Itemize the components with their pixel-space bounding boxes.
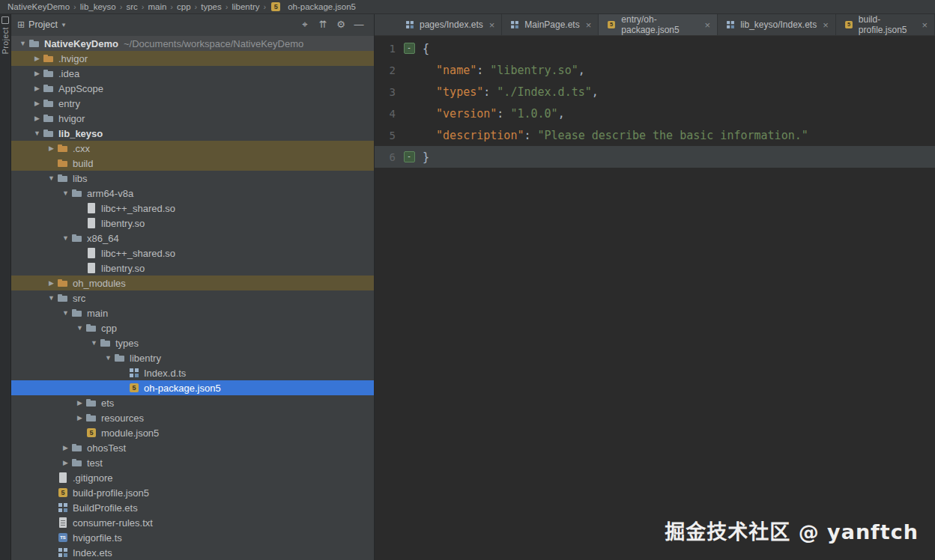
chevron-down-icon[interactable]: ▼ bbox=[60, 189, 71, 197]
tab-close-icon[interactable]: × bbox=[586, 19, 592, 31]
folder-ex-icon bbox=[57, 157, 69, 169]
tab-close-icon[interactable]: × bbox=[823, 19, 829, 31]
breadcrumb-item[interactable]: libentry bbox=[230, 2, 261, 11]
chevron-right-icon[interactable]: ▶ bbox=[31, 85, 43, 92]
tree-item[interactable]: ▶.idea bbox=[11, 66, 374, 81]
tab-close-icon[interactable]: × bbox=[489, 19, 495, 31]
editor-line[interactable]: 6} bbox=[375, 146, 935, 168]
tree-item-label: NativeKeyDemo bbox=[44, 38, 118, 49]
tree-item[interactable]: build bbox=[11, 156, 374, 171]
chevron-down-icon[interactable]: ▼ bbox=[61, 22, 67, 28]
tree-item[interactable]: ▼arm64-v8a bbox=[11, 186, 374, 201]
chevron-down-icon[interactable]: ▼ bbox=[31, 130, 43, 137]
tree-item[interactable]: ▼NativeKeyDemo~/Documents/workspace/Nati… bbox=[11, 36, 374, 51]
tree-item-label: module.json5 bbox=[101, 427, 159, 439]
tree-item[interactable]: ▶entry bbox=[11, 96, 374, 111]
editor-line[interactable]: 1{ bbox=[375, 37, 935, 59]
tree-item-label: types bbox=[115, 338, 139, 349]
editor-tab[interactable]: build-profile.json5× bbox=[836, 14, 935, 35]
chevron-down-icon[interactable]: ▼ bbox=[60, 234, 71, 242]
chevron-right-icon[interactable]: ▶ bbox=[31, 115, 43, 122]
settings-icon[interactable]: ⚙ bbox=[332, 19, 350, 31]
collapse-all-icon[interactable]: ⇈ bbox=[314, 19, 332, 31]
chevron-down-icon[interactable]: ▼ bbox=[46, 174, 57, 182]
tree-item[interactable]: ▼libentry bbox=[11, 350, 374, 365]
chevron-right-icon[interactable]: ▶ bbox=[46, 279, 57, 287]
project-panel-title[interactable]: Project bbox=[28, 19, 58, 30]
file-icon bbox=[85, 202, 97, 214]
tree-item[interactable]: libentry.so bbox=[11, 261, 374, 276]
breadcrumb-separator: › bbox=[261, 2, 268, 11]
fold-collapse-icon[interactable] bbox=[404, 151, 415, 162]
tree-item[interactable]: ▼types bbox=[11, 335, 374, 350]
tree-item[interactable]: libc++_shared.so bbox=[11, 246, 374, 261]
tree-item[interactable]: ▶resources bbox=[11, 410, 374, 425]
breadcrumb-item[interactable]: lib_keyso bbox=[79, 2, 118, 11]
fold-collapse-icon[interactable] bbox=[404, 43, 415, 54]
chevron-right-icon[interactable]: ▶ bbox=[46, 144, 57, 152]
tree-item[interactable]: BuildProfile.ets bbox=[11, 500, 374, 515]
tree-item[interactable]: hvigorfile.ts bbox=[11, 530, 374, 545]
tree-item[interactable]: .gitignore bbox=[11, 470, 374, 485]
tool-window-project-tab[interactable]: Project bbox=[0, 16, 10, 54]
chevron-down-icon[interactable]: ▼ bbox=[103, 354, 114, 362]
tree-item[interactable]: ▶hvigor bbox=[11, 111, 374, 126]
chevron-down-icon[interactable]: ▼ bbox=[74, 324, 85, 332]
tree-item[interactable]: ▼lib_keyso bbox=[11, 126, 374, 141]
tree-item[interactable]: build-profile.json5 bbox=[11, 485, 374, 500]
hide-panel-icon[interactable]: — bbox=[350, 19, 368, 31]
chevron-right-icon[interactable]: ▶ bbox=[31, 100, 43, 107]
tree-item[interactable]: Index.d.ts bbox=[11, 365, 374, 380]
chevron-down-icon[interactable]: ▼ bbox=[88, 339, 100, 347]
tree-item[interactable]: ▶oh_modules bbox=[11, 276, 374, 290]
chevron-right-icon[interactable]: ▶ bbox=[31, 70, 43, 77]
tree-item[interactable]: ▼libs bbox=[11, 171, 374, 186]
breadcrumb-item[interactable]: oh-package.json5 bbox=[268, 1, 357, 13]
tab-close-icon[interactable]: × bbox=[922, 19, 928, 31]
folder-icon bbox=[71, 457, 83, 469]
breadcrumb-item[interactable]: main bbox=[146, 2, 168, 11]
breadcrumb-item[interactable]: NativeKeyDemo bbox=[6, 2, 71, 11]
select-opened-file-icon[interactable]: ⌖ bbox=[296, 19, 314, 31]
editor-tab[interactable]: entry/oh-package.json5× bbox=[599, 14, 718, 35]
tree-item[interactable]: ▼src bbox=[11, 290, 374, 305]
editor-tab[interactable]: lib_keyso/Index.ets× bbox=[718, 14, 836, 35]
chevron-down-icon[interactable]: ▼ bbox=[46, 294, 57, 302]
tree-item[interactable]: ▼main bbox=[11, 305, 374, 320]
tree-item[interactable]: oh-package.json5 bbox=[11, 380, 374, 395]
tree-item[interactable]: ▼cpp bbox=[11, 320, 374, 335]
tree-item[interactable]: ▶ohosTest bbox=[11, 440, 374, 455]
editor-line[interactable]: 5 "description": "Please describe the ba… bbox=[375, 124, 935, 146]
chevron-down-icon[interactable]: ▼ bbox=[60, 309, 71, 317]
breadcrumb-item[interactable]: types bbox=[199, 2, 223, 11]
tree-item[interactable]: ▶.cxx bbox=[11, 141, 374, 156]
chevron-right-icon[interactable]: ▶ bbox=[74, 414, 85, 421]
fold-marker[interactable] bbox=[396, 151, 423, 162]
tree-item[interactable]: ▶test bbox=[11, 455, 374, 470]
editor-tab[interactable]: MainPage.ets× bbox=[502, 14, 599, 35]
tree-item[interactable]: Index.ets bbox=[11, 545, 374, 560]
tab-close-icon[interactable]: × bbox=[705, 19, 711, 31]
fold-marker[interactable] bbox=[396, 43, 423, 54]
tree-item[interactable]: ▶.hvigor bbox=[11, 51, 374, 66]
editor-line[interactable]: 2 "name": "libentry.so", bbox=[375, 59, 935, 81]
chevron-right-icon[interactable]: ▶ bbox=[60, 444, 71, 451]
tree-item[interactable]: libentry.so bbox=[11, 216, 374, 231]
editor-tab-label: pages/Index.ets bbox=[420, 19, 483, 30]
editor-line[interactable]: 3 "types": "./Index.d.ts", bbox=[375, 81, 935, 103]
tree-item[interactable]: ▼x86_64 bbox=[11, 231, 374, 246]
tree-item[interactable]: ▶ets bbox=[11, 395, 374, 410]
tree-item[interactable]: consumer-rules.txt bbox=[11, 515, 374, 530]
tree-item[interactable]: module.json5 bbox=[11, 425, 374, 440]
editor[interactable]: 1{2 "name": "libentry.so",3 "types": "./… bbox=[375, 36, 935, 560]
breadcrumb-item[interactable]: cpp bbox=[175, 2, 193, 11]
tree-item[interactable]: ▶AppScope bbox=[11, 81, 374, 96]
editor-line[interactable]: 4 "version": "1.0.0", bbox=[375, 103, 935, 124]
chevron-down-icon[interactable]: ▼ bbox=[17, 40, 28, 47]
chevron-right-icon[interactable]: ▶ bbox=[74, 399, 85, 407]
breadcrumb-item[interactable]: src bbox=[124, 2, 139, 11]
editor-tab[interactable]: pages/Index.ets× bbox=[397, 14, 502, 35]
tree-item[interactable]: libc++_shared.so bbox=[11, 201, 374, 216]
chevron-right-icon[interactable]: ▶ bbox=[60, 459, 71, 466]
chevron-right-icon[interactable]: ▶ bbox=[31, 55, 43, 62]
